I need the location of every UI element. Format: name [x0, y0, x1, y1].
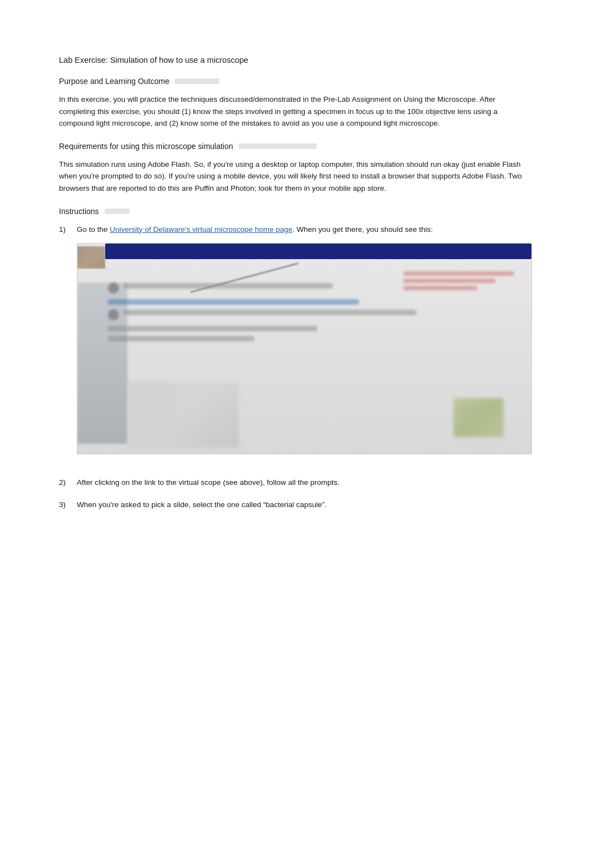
- ss-icon2: [108, 309, 119, 320]
- requirements-section: Requirements for using this microscope s…: [59, 142, 532, 195]
- instructions-heading-text: Instructions: [59, 207, 99, 216]
- list-content-3: When you're asked to pick a slide, selec…: [77, 499, 532, 511]
- ss-line1: [124, 283, 333, 289]
- screenshot-logo: [77, 246, 105, 269]
- purpose-body: In this exercise, you will practice the …: [59, 93, 532, 130]
- list-item-3: 3) When you're asked to pick a slide, se…: [59, 499, 532, 511]
- purpose-heading: Purpose and Learning Outcome: [59, 77, 532, 86]
- list-number-3: 3): [59, 499, 72, 511]
- instructions-list: 1) Go to the University of Delaware's vi…: [59, 224, 532, 511]
- list-1-text-after: . When you get there, you should see thi…: [293, 225, 433, 234]
- list-item-1: 1) Go to the University of Delaware's vi…: [59, 224, 532, 467]
- purpose-heading-bar: [175, 78, 219, 84]
- instructions-heading-bar: [105, 209, 130, 214]
- ss-line2: [124, 310, 416, 315]
- purpose-heading-text: Purpose and Learning Outcome: [59, 77, 169, 86]
- screenshot-header: [105, 244, 531, 259]
- page-title: Lab Exercise: Simulation of how to use a…: [59, 56, 532, 65]
- list-1-text-before: Go to the: [77, 225, 110, 234]
- ss-row2: [108, 309, 526, 320]
- requirements-body: This simulation runs using Adobe Flash. …: [59, 158, 532, 195]
- ss-linkline1: [108, 299, 359, 305]
- list-item-2: 2) After clicking on the link to the vir…: [59, 477, 532, 489]
- udel-microscope-link[interactable]: University of Delaware's virtual microsc…: [110, 225, 292, 234]
- purpose-section: Purpose and Learning Outcome In this exe…: [59, 77, 532, 130]
- ss-icon1: [108, 282, 119, 294]
- requirements-heading: Requirements for using this microscope s…: [59, 142, 532, 151]
- ss-line4: [108, 336, 254, 341]
- website-screenshot: [77, 243, 532, 454]
- instructions-heading: Instructions: [59, 207, 532, 216]
- screenshot-bottom-image: [127, 381, 239, 448]
- list-number-2: 2): [59, 477, 72, 489]
- list-content-2: After clicking on the link to the virtua…: [77, 477, 532, 489]
- ss-line3: [108, 326, 317, 331]
- instructions-section: Instructions 1) Go to the University of …: [59, 207, 532, 511]
- screenshot-thumbnail: [454, 398, 504, 437]
- ss-row1: [108, 282, 526, 294]
- list-content-1: Go to the University of Delaware's virtu…: [77, 224, 532, 467]
- requirements-heading-bar: [239, 143, 317, 149]
- list-number-1: 1): [59, 224, 72, 467]
- requirements-heading-text: Requirements for using this microscope s…: [59, 142, 233, 151]
